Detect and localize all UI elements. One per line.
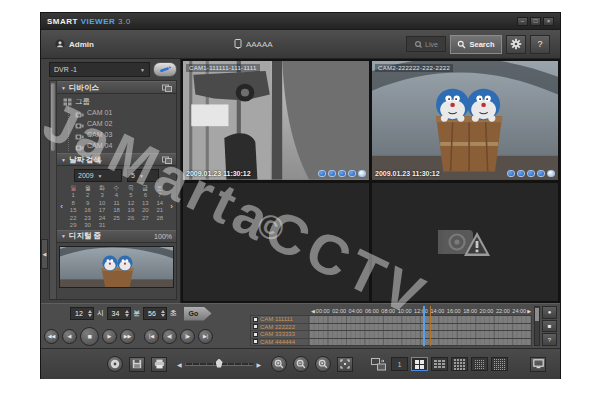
slider-handle[interactable]: [216, 359, 223, 368]
calendar-day[interactable]: 13: [138, 200, 152, 208]
calendar-day[interactable]: 20: [138, 207, 152, 215]
ruler-right-arrow[interactable]: ▶: [526, 308, 532, 314]
zoom-reset-button[interactable]: [315, 356, 331, 372]
play-backward-button[interactable]: ◀: [62, 329, 77, 344]
play-forward-button[interactable]: ▶: [102, 329, 117, 344]
fullscreen-button[interactable]: [530, 357, 546, 372]
channel-timeline-cells[interactable]: [308, 324, 531, 331]
calendar-day[interactable]: 15: [66, 207, 80, 215]
calendar-next-button[interactable]: ›: [167, 202, 176, 211]
video-status-icon[interactable]: [517, 170, 525, 177]
video-status-icon[interactable]: [358, 170, 366, 177]
video-cell-1[interactable]: CAM1-111111-111-1111 2009.01.23 11:30:12: [183, 61, 369, 180]
connect-button[interactable]: [153, 62, 177, 77]
scrollbar-thumb[interactable]: [535, 308, 539, 321]
scrollbar-thumb[interactable]: [51, 83, 55, 151]
camera-item[interactable]: CAM 04: [75, 140, 176, 151]
hour-spinner[interactable]: 12: [70, 307, 94, 320]
calendar-day[interactable]: 29: [66, 222, 80, 230]
minute-spinner[interactable]: 34: [107, 307, 131, 320]
camera-item[interactable]: CAM 03: [75, 129, 176, 140]
spinner-arrows-icon[interactable]: [124, 310, 130, 317]
video-cell-2[interactable]: CAM2-222222-222-2222 2009.01.23 11:30:12: [372, 61, 558, 180]
speed-slider[interactable]: ◀ ▶: [177, 361, 261, 368]
sidebar-scrollbar[interactable]: [50, 81, 57, 299]
video-status-icon[interactable]: [527, 170, 535, 177]
print-button[interactable]: [151, 357, 167, 372]
channel-timeline-cells[interactable]: [308, 339, 531, 346]
help-button[interactable]: ?: [530, 35, 550, 54]
calendar-day[interactable]: 4: [109, 192, 123, 200]
close-button[interactable]: ×: [543, 17, 554, 26]
calendar-day[interactable]: 7: [153, 192, 167, 200]
slider-right-arrow[interactable]: ▶: [256, 361, 261, 368]
calendar-day[interactable]: 2: [80, 192, 94, 200]
save-button[interactable]: [129, 357, 145, 372]
backup-button[interactable]: [107, 356, 123, 372]
timeline-scrollbar[interactable]: [534, 306, 540, 346]
calendar-day[interactable]: 12: [124, 200, 138, 208]
calendar-day[interactable]: 19: [124, 207, 138, 215]
sidebar-collapse-handle[interactable]: ◀: [41, 239, 48, 269]
video-status-icon[interactable]: [338, 170, 346, 177]
calendar-day[interactable]: 21: [153, 207, 167, 215]
dvr-select[interactable]: DVR -1 ▼: [49, 62, 150, 77]
camera-item[interactable]: CAM 02: [75, 118, 176, 129]
date-section-header[interactable]: ▼ 날짜 검색: [57, 153, 176, 166]
video-status-icon[interactable]: [547, 170, 555, 177]
calendar-day[interactable]: 18: [109, 207, 123, 215]
split-4-button[interactable]: [411, 357, 428, 371]
split-25-button[interactable]: [471, 357, 488, 371]
select-all-button[interactable]: ●: [542, 306, 557, 319]
channel-checkbox[interactable]: [253, 339, 258, 344]
live-tab[interactable]: Live: [406, 36, 446, 52]
video-status-icon[interactable]: [328, 170, 336, 177]
year-select[interactable]: 2009 ▼: [74, 169, 122, 182]
calendar-day[interactable]: 30: [80, 222, 94, 230]
calendar-day[interactable]: 27: [138, 215, 152, 223]
calendar-day[interactable]: 10: [95, 200, 109, 208]
calendar-day[interactable]: 22: [66, 215, 80, 223]
video-cell-4[interactable]: [372, 183, 558, 302]
timeline-help-button[interactable]: ?: [542, 333, 557, 346]
calendar-day[interactable]: 11: [109, 200, 123, 208]
channel-checkbox[interactable]: [253, 332, 258, 337]
split-16-button[interactable]: [451, 357, 468, 371]
video-status-icon[interactable]: [537, 170, 545, 177]
zoom-in-button[interactable]: [271, 356, 287, 372]
deselect-button[interactable]: ■: [542, 320, 557, 333]
month-select[interactable]: 5 ▼: [127, 169, 159, 182]
zoom-section-header[interactable]: ▼ 디지털 줌 100%: [57, 230, 176, 243]
calendar-day[interactable]: 28: [153, 215, 167, 223]
pan-button[interactable]: [337, 357, 353, 372]
maximize-button[interactable]: □: [530, 17, 541, 26]
channel-timeline-cells[interactable]: [308, 331, 531, 338]
calendar-day[interactable]: 23: [80, 215, 94, 223]
step-forward-button[interactable]: |▶: [180, 329, 195, 344]
calendar-day[interactable]: 8: [66, 200, 80, 208]
jump-start-button[interactable]: |◀: [144, 329, 159, 344]
search-tab[interactable]: Search: [450, 35, 502, 54]
calendar-day[interactable]: 5: [124, 192, 138, 200]
slider-left-arrow[interactable]: ◀: [177, 361, 182, 368]
slider-track[interactable]: [185, 363, 254, 366]
device-section-header[interactable]: ▼ 디바이스: [57, 81, 176, 94]
zoom-out-button[interactable]: [293, 356, 309, 372]
split-9-button[interactable]: [431, 357, 448, 371]
channel-checkbox[interactable]: [253, 324, 258, 329]
go-button[interactable]: Go: [184, 307, 212, 321]
calendar-day[interactable]: 24: [95, 215, 109, 223]
calendar-day[interactable]: 31: [95, 222, 109, 230]
calendar-day[interactable]: 16: [80, 207, 94, 215]
video-status-icon[interactable]: [318, 170, 326, 177]
fast-forward-button[interactable]: ▶▶: [120, 329, 135, 344]
spinner-arrows-icon[interactable]: [160, 310, 166, 317]
playhead-marker[interactable]: [423, 306, 425, 346]
minimize-button[interactable]: –: [517, 17, 528, 26]
spinner-arrows-icon[interactable]: [87, 310, 93, 317]
video-status-icon[interactable]: [507, 170, 515, 177]
calendar-day[interactable]: 3: [95, 192, 109, 200]
video-cell-3[interactable]: [183, 183, 369, 302]
calendar-day[interactable]: 1: [66, 192, 80, 200]
calendar-prev-button[interactable]: ‹: [57, 202, 66, 211]
